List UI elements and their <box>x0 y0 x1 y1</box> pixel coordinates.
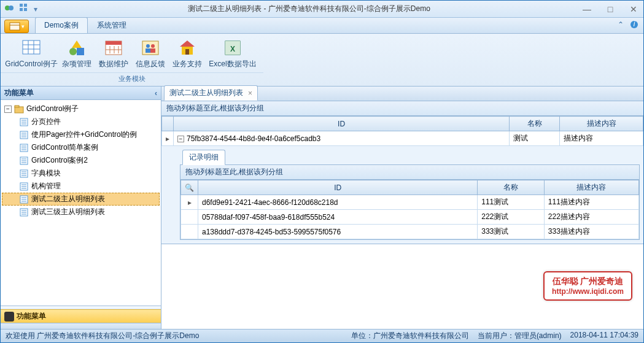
svg-point-16 <box>69 48 77 55</box>
tab-close-icon[interactable]: × <box>248 89 252 98</box>
app-icon <box>4 3 14 15</box>
svg-rect-4 <box>20 8 23 11</box>
sidebar-item[interactable]: 机构管理 <box>2 180 160 193</box>
document-tabs: 测试二级主从明细列表 × <box>161 87 643 101</box>
svg-rect-6 <box>10 23 20 30</box>
sidebar-title: 功能菜单 <box>4 88 34 98</box>
nav-tree: − GridControl例子 分页控件使用Pager控件+GridContro… <box>1 100 161 306</box>
detail-table: 🔍 ID 名称 描述内容 ▸d6fd9e91-2421-4aec-8666-f1… <box>180 180 639 239</box>
group-panel[interactable]: 拖动列标题至此,根据该列分组 <box>161 101 643 116</box>
document-icon <box>19 195 29 204</box>
svg-rect-36 <box>15 106 19 107</box>
svg-point-1 <box>9 6 14 10</box>
sidebar-header: 功能菜单 ‹ <box>1 87 161 100</box>
document-icon <box>19 130 29 140</box>
ribbon-btn-misc[interactable]: 杂项管理 <box>58 36 95 71</box>
shapes-icon <box>67 38 87 58</box>
folder-icon <box>14 104 24 114</box>
ribbon-btn-gridcontrol[interactable]: GridControl例子 <box>4 36 58 71</box>
svg-text:i: i <box>634 20 635 28</box>
table-row[interactable]: ▸ −75fb3874-4544-4b8d-9e4f-0a6cef5cadb3 … <box>162 131 643 146</box>
ribbon-group-label: 业务模块 <box>1 72 263 85</box>
ribbon-tab-system[interactable]: 系统管理 <box>88 17 136 33</box>
ribbon-btn-data[interactable]: 数据维护 <box>95 36 132 71</box>
status-datetime: 2018-04-11 17:04:39 <box>570 331 638 341</box>
svg-rect-31 <box>185 49 189 55</box>
document-icon <box>19 207 29 217</box>
col-desc[interactable]: 描述内容 <box>560 117 643 131</box>
window-title: 测试二级主从明细列表 - 广州爱奇迪软件科技有限公司-综合例子展示Demo <box>37 4 581 14</box>
sidebar-bottom-bar[interactable]: 功能菜单 <box>1 309 161 323</box>
document-icon <box>19 156 29 166</box>
col-name[interactable]: 名称 <box>510 117 560 131</box>
status-user: 当前用户：管理员(admin) <box>478 331 562 341</box>
excel-icon: X <box>223 38 242 58</box>
watermark: 伍华聪 广州爱奇迪 http://www.iqidi.com <box>543 271 632 301</box>
document-icon <box>19 117 29 127</box>
close-button[interactable]: ✕ <box>627 4 640 14</box>
svg-marker-29 <box>180 40 195 47</box>
sidebar: 功能菜单 ‹ − GridControl例子 分页控件使用Pager控件+Gri… <box>1 87 161 329</box>
document-tab[interactable]: 测试二级主从明细列表 × <box>164 85 258 101</box>
ribbon-tab-demo[interactable]: Demo案例 <box>35 17 88 33</box>
expand-icon[interactable]: − <box>177 136 184 142</box>
ribbon-btn-support[interactable]: 业务支持 <box>169 36 206 71</box>
ribbon-btn-excel[interactable]: X Excel数据导出 <box>206 36 260 71</box>
sidebar-item[interactable]: 测试三级主从明细列表 <box>2 206 160 218</box>
table-row[interactable]: a138ddd7-d378-4245-bd53-5995575f0576333测… <box>181 225 639 239</box>
header-row: 🔍 ID 名称 描述内容 <box>181 180 639 195</box>
svg-rect-2 <box>20 4 23 7</box>
quickaccess: ▾ <box>4 3 37 15</box>
grid-icon <box>21 38 41 58</box>
svg-point-25 <box>146 44 150 48</box>
collapse-icon[interactable]: − <box>4 106 12 113</box>
svg-rect-10 <box>23 40 40 54</box>
row-indicator <box>181 210 198 225</box>
ribbon-btn-feedback[interactable]: 信息反馈 <box>132 36 169 71</box>
search-icon[interactable]: 🔍 <box>181 180 198 195</box>
status-welcome: 欢迎使用 广州爱奇迪软件科技有限公司-综合例子展示Demo <box>6 331 199 341</box>
document-icon <box>19 143 29 153</box>
row-indicator: ▸ <box>181 195 198 210</box>
maximize-button[interactable]: □ <box>604 4 616 14</box>
col-id[interactable]: ID <box>174 117 510 131</box>
svg-rect-27 <box>145 48 150 53</box>
minimize-button[interactable]: — <box>581 4 593 14</box>
sidebar-item[interactable]: 字典模块 <box>2 167 160 180</box>
svg-rect-3 <box>24 4 27 7</box>
sidebar-item[interactable]: 测试二级主从明细列表 <box>2 193 160 206</box>
app-menu-button[interactable]: ▾ <box>4 20 29 33</box>
table-row[interactable]: ▸d6fd9e91-2421-4aec-8666-f120d68c218d111… <box>181 195 639 210</box>
qat-icon[interactable] <box>19 3 29 15</box>
house-icon <box>177 38 197 58</box>
ribbon-collapse-icon[interactable]: ⌃ <box>618 20 624 31</box>
svg-rect-17 <box>77 48 84 55</box>
col-desc[interactable]: 描述内容 <box>544 180 638 195</box>
sidebar-item[interactable]: 使用Pager控件+GridControl的例 <box>2 128 160 141</box>
svg-marker-15 <box>72 40 82 48</box>
detail-tab[interactable]: 记录明细 <box>182 150 225 165</box>
help-icon[interactable]: i <box>630 20 638 31</box>
svg-text:X: X <box>230 45 235 53</box>
ribbon-tabs: ▾ Demo案例 系统管理 ⌃ i <box>1 18 643 34</box>
row-indicator: ▸ <box>162 131 174 146</box>
sidebar-item[interactable]: GridControl简单案例 <box>2 141 160 154</box>
detail-group-panel[interactable]: 拖动列标题至此,根据该列分组 <box>180 165 639 180</box>
sidebar-item[interactable]: 分页控件 <box>2 115 160 128</box>
detail-panel: 记录明细 拖动列标题至此,根据该列分组 🔍 ID 名称 描述内容 ▸d6fd9e… <box>161 146 643 244</box>
sidebar-item[interactable]: GridControl案例2 <box>2 154 160 167</box>
header-row: ID 名称 描述内容 <box>162 117 643 131</box>
svg-rect-28 <box>150 48 155 53</box>
chevron-left-icon[interactable]: ‹ <box>155 89 157 98</box>
svg-point-26 <box>151 44 155 48</box>
title-bar: ▾ 测试二级主从明细列表 - 广州爱奇迪软件科技有限公司-综合例子展示Demo … <box>1 1 643 18</box>
table-row[interactable]: 05788daf-f097-458f-baa9-618df555b524222测… <box>181 210 639 225</box>
tree-root[interactable]: − GridControl例子 <box>2 102 160 115</box>
document-icon <box>19 169 29 179</box>
svg-rect-5 <box>24 8 27 11</box>
col-name[interactable]: 名称 <box>478 180 545 195</box>
col-id[interactable]: ID <box>198 180 478 195</box>
svg-rect-19 <box>106 41 122 45</box>
master-table: ID 名称 描述内容 ▸ −75fb3874-4544-4b8d-9e4f-0a… <box>161 116 643 146</box>
row-indicator <box>181 225 198 239</box>
